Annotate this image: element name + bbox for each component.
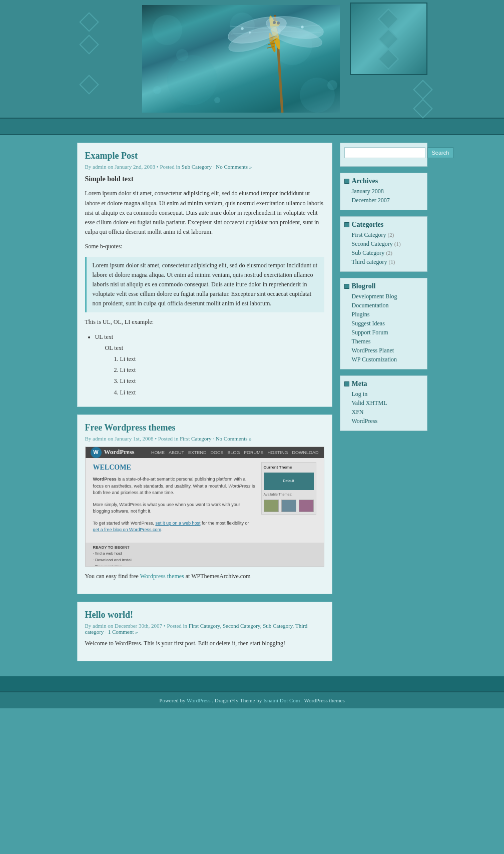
- footer-author-link[interactable]: Isnaini Dot Com: [263, 697, 300, 703]
- diamond-icon: [378, 8, 399, 29]
- wp-nav-extend: EXTEND: [188, 449, 207, 456]
- wp-sidebar: Current Theme Default Available Themes:: [261, 462, 316, 539]
- post-example: Example Post By admin on January 2nd, 20…: [77, 143, 332, 407]
- post-wpthemes-comments-link[interactable]: No Comments »: [216, 436, 252, 442]
- footer-theme-text: . DragonFly Theme by: [212, 697, 262, 703]
- wp-ready-text: READY TO BEGIN? · find a web host · Down…: [93, 545, 133, 567]
- footer-powered-by: Powered by: [159, 697, 185, 703]
- post-helloworld-title[interactable]: Hello world!: [85, 610, 324, 620]
- blogroll-list: Development Blog Documentation Plugins S…: [344, 293, 423, 363]
- wp-welcome-title: WELCOME: [93, 462, 256, 473]
- svg-point-24: [241, 28, 243, 30]
- diamond-icon: [79, 35, 99, 55]
- meta-xfn-link[interactable]: XFN: [352, 408, 364, 415]
- diamond-icon: [378, 48, 399, 69]
- category-second-link[interactable]: Second Category: [352, 240, 393, 247]
- archive-item-jan2008: January 2008: [352, 188, 423, 195]
- wp-available-label: Available Themes:: [264, 492, 314, 497]
- archives-list: January 2008 December 2007: [344, 188, 423, 204]
- blogroll-wpplanet-link[interactable]: WordPress Planet: [352, 347, 394, 354]
- categories-widget: Categories First Category (2) Second Cat…: [340, 216, 427, 272]
- wp-para3: To get started with WordPress, set it up…: [93, 520, 256, 534]
- archives-widget: Archives January 2008 December 2007: [340, 173, 427, 210]
- wp-theme-3: [299, 500, 314, 512]
- wp-mockup: W WordPress HOME ABOUT EXTEND DOCS BLOG …: [86, 447, 324, 566]
- blogroll-plugins-link[interactable]: Plugins: [352, 311, 370, 318]
- nav-bar: [0, 118, 504, 135]
- blogroll-suggest-link[interactable]: Suggest Ideas: [352, 320, 385, 327]
- blogroll-devblog-link[interactable]: Development Blog: [352, 293, 397, 300]
- blogroll-plugins: Plugins: [352, 311, 423, 318]
- blogroll-docs-link[interactable]: Documentation: [352, 302, 389, 309]
- post-example-title[interactable]: Example Post: [85, 151, 324, 161]
- content-area: Example Post By admin on January 2nd, 20…: [77, 143, 332, 669]
- post-example-blockquote: Lorem ipsum dolor sit amet, consectetur …: [85, 257, 324, 313]
- meta-login-link[interactable]: Log in: [352, 390, 368, 397]
- wp-main: WELCOME WordPress is a state-of-the-art …: [93, 462, 256, 539]
- post-helloworld-cat3[interactable]: Sub Category: [263, 623, 292, 629]
- left-diamond-decorations: [82, 15, 96, 92]
- category-first-link[interactable]: First Category: [352, 231, 386, 238]
- post-helloworld-comments-link[interactable]: 1 Comment »: [108, 629, 138, 635]
- category-third-link[interactable]: Third category: [352, 258, 387, 265]
- archive-jan2008-link[interactable]: January 2008: [352, 188, 384, 195]
- blogroll-wpcustom-link[interactable]: WP Customization: [352, 356, 397, 363]
- search-form: Search: [344, 147, 423, 158]
- post-wpthemes-content: W WordPress HOME ABOUT EXTEND DOCS BLOG …: [85, 447, 324, 581]
- wp-themes-list: [264, 500, 314, 512]
- svg-point-27: [153, 86, 161, 94]
- post-helloworld-cat2[interactable]: Second Category: [223, 623, 260, 629]
- archive-dec2007-link[interactable]: December 2007: [352, 197, 390, 204]
- post-example-content: Simple bold text Lorem ipsum dolor sit a…: [85, 174, 324, 397]
- wp-nav-blog: BLOG: [227, 449, 240, 456]
- wp-content: WELCOME WordPress is a state-of-the-art …: [86, 458, 324, 543]
- blogroll-docs: Documentation: [352, 302, 423, 309]
- svg-point-28: [176, 49, 188, 61]
- blogroll-wpplanet: WordPress Planet: [352, 347, 423, 354]
- post-example-category-link[interactable]: Sub Category: [182, 164, 212, 170]
- blogroll-devblog: Development Blog: [352, 293, 423, 300]
- search-input[interactable]: [344, 147, 425, 158]
- meta-bullet-icon: [344, 381, 349, 386]
- wordpress-themes-link[interactable]: Wordpress themes: [140, 573, 184, 580]
- main-wrapper: Example Post By admin on January 2nd, 20…: [77, 135, 427, 676]
- post-wpthemes-category-link[interactable]: First Category: [180, 436, 211, 442]
- diamond-icon: [378, 28, 399, 49]
- post-wpthemes-paragraph: You can easy find free Wordpress themes …: [85, 572, 324, 581]
- search-button[interactable]: Search: [427, 147, 454, 158]
- svg-point-26: [301, 26, 303, 29]
- footer-wordpress-link[interactable]: WordPress: [187, 697, 210, 703]
- blogroll-themes-link[interactable]: Themes: [352, 338, 371, 345]
- blogroll-suggest: Suggest Ideas: [352, 320, 423, 327]
- footer-themes-text: . WordPress themes: [301, 697, 345, 703]
- blogroll-support-link[interactable]: Support Forum: [352, 329, 388, 336]
- post-wpthemes-title[interactable]: Free Wordpress themes: [85, 422, 324, 433]
- category-second: Second Category (1): [352, 240, 423, 248]
- svg-point-1: [167, 55, 217, 105]
- category-sub-link[interactable]: Sub Category: [352, 249, 385, 256]
- meta-xhtml: Valid XHTML: [352, 399, 423, 407]
- post-helloworld-content: Welcome to WordPress. This is your first…: [85, 639, 324, 648]
- search-widget: Search: [340, 143, 427, 167]
- svg-point-0: [152, 15, 182, 45]
- post-example-comments-link[interactable]: No Comments »: [216, 164, 252, 170]
- post-example-ul: UL text OL text Li text Li text Li text …: [95, 332, 324, 397]
- meta-login: Log in: [352, 390, 423, 398]
- post-helloworld-paragraph: Welcome to WordPress. This is your first…: [85, 639, 324, 648]
- wp-nav-docs: DOCS: [210, 449, 223, 456]
- meta-xhtml-link[interactable]: Valid XHTML: [352, 399, 387, 406]
- post-helloworld-cat1[interactable]: First Category: [189, 623, 220, 629]
- right-diamond-decorations: [416, 83, 430, 116]
- meta-wordpress-link[interactable]: WordPress: [352, 417, 378, 424]
- post-example-paragraph: Lorem ipsum dolor sit amet, consectetur …: [85, 189, 324, 237]
- post-example-ol: Li text Li text Li text Li text: [120, 354, 324, 397]
- meta-widget: Meta Log in Valid XHTML XFN WordPress: [340, 375, 427, 431]
- svg-point-29: [327, 80, 337, 90]
- post-example-list-intro: This is UL, OL, LI example:: [85, 317, 324, 327]
- dragonfly-illustration: [142, 5, 340, 113]
- bottom-bar: [0, 676, 504, 691]
- wp-nav-download: DOWNLOAD: [292, 449, 318, 456]
- blogroll-bullet-icon: [344, 284, 349, 289]
- category-sub: Sub Category (2): [352, 249, 423, 257]
- archives-bullet-icon: [344, 179, 349, 184]
